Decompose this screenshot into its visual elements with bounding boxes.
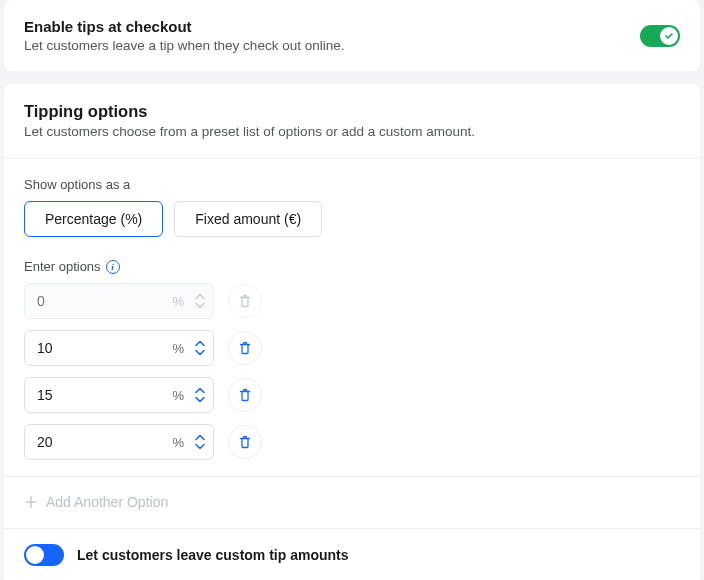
toggle-knob [26, 546, 44, 564]
step-up[interactable] [194, 434, 206, 442]
option-row: % [24, 424, 680, 460]
option-row: % [24, 330, 680, 366]
divider [4, 158, 700, 159]
percent-suffix: % [172, 341, 184, 356]
step-down[interactable] [194, 443, 206, 451]
step-down[interactable] [194, 349, 206, 357]
custom-amount-row: Let customers leave custom tip amounts [24, 544, 680, 566]
show-as-group: Percentage (%) Fixed amount (€) [24, 201, 680, 237]
check-icon [664, 31, 674, 41]
delete-button[interactable] [228, 425, 262, 459]
option-input-wrap: % [24, 424, 214, 460]
step-up [194, 293, 206, 301]
step-up[interactable] [194, 340, 206, 348]
toggle-knob [660, 27, 678, 45]
divider [4, 476, 700, 477]
step-up[interactable] [194, 387, 206, 395]
percent-suffix: % [172, 388, 184, 403]
fixed-amount-button[interactable]: Fixed amount (€) [174, 201, 322, 237]
delete-button[interactable] [228, 378, 262, 412]
plus-icon [24, 495, 38, 509]
step-down[interactable] [194, 396, 206, 404]
delete-button [228, 284, 262, 318]
trash-icon [238, 341, 252, 355]
percentage-button[interactable]: Percentage (%) [24, 201, 163, 237]
steppers [194, 293, 206, 310]
step-down [194, 302, 206, 310]
enable-tips-toggle[interactable] [640, 25, 680, 47]
tipping-title: Tipping options [24, 102, 680, 121]
trash-icon [238, 294, 252, 308]
delete-button[interactable] [228, 331, 262, 365]
steppers [194, 340, 206, 357]
option-input-wrap: % [24, 377, 214, 413]
custom-amount-toggle[interactable] [24, 544, 64, 566]
option-input [24, 283, 214, 319]
show-as-label: Show options as a [24, 177, 680, 192]
custom-amount-label: Let customers leave custom tip amounts [77, 547, 349, 563]
trash-icon [238, 435, 252, 449]
enter-options-label: Enter options i [24, 259, 680, 274]
percent-suffix: % [172, 435, 184, 450]
option-row: % [24, 377, 680, 413]
tipping-options-card: Tipping options Let customers choose fro… [4, 84, 700, 580]
enable-tips-title: Enable tips at checkout [24, 18, 344, 35]
enable-tips-subtitle: Let customers leave a tip when they chec… [24, 38, 344, 53]
enable-tips-text: Enable tips at checkout Let customers le… [24, 18, 344, 53]
divider [4, 528, 700, 529]
option-input-wrap: % [24, 283, 214, 319]
option-input-wrap: % [24, 330, 214, 366]
steppers [194, 434, 206, 451]
tipping-subtitle: Let customers choose from a preset list … [24, 124, 680, 139]
trash-icon [238, 388, 252, 402]
info-icon[interactable]: i [106, 260, 120, 274]
option-input[interactable] [24, 330, 214, 366]
option-row: % [24, 283, 680, 319]
enable-tips-card: Enable tips at checkout Let customers le… [4, 0, 700, 71]
option-input[interactable] [24, 424, 214, 460]
steppers [194, 387, 206, 404]
percent-suffix: % [172, 294, 184, 309]
add-option-button: Add Another Option [24, 492, 680, 512]
option-input[interactable] [24, 377, 214, 413]
